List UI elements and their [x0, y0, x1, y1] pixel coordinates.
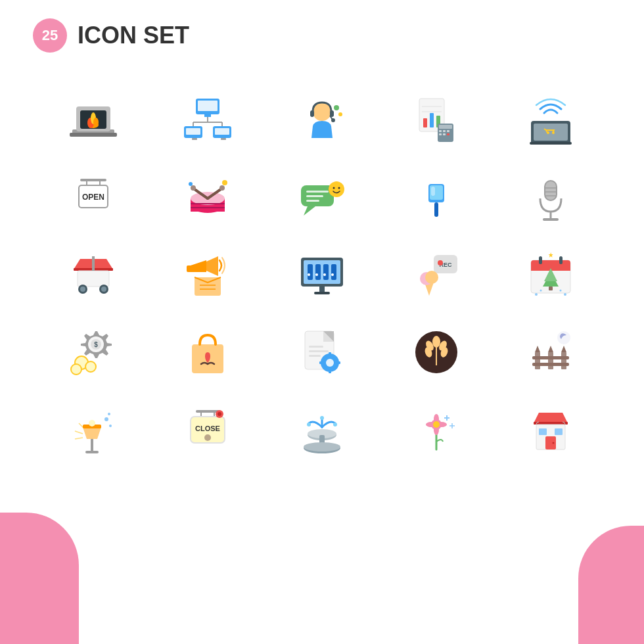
- svg-rect-157: [561, 352, 566, 369]
- svg-rect-40: [443, 133, 446, 135]
- svg-point-124: [560, 290, 562, 292]
- svg-point-130: [71, 364, 81, 375]
- icon-count-badge: 25: [33, 18, 67, 53]
- svg-point-60: [219, 185, 225, 191]
- svg-rect-137: [309, 355, 321, 357]
- svg-rect-96: [308, 264, 313, 280]
- ice-cream-record-icon: REC: [382, 239, 490, 310]
- svg-rect-167: [85, 451, 99, 453]
- fireplace-icon: [39, 84, 147, 155]
- svg-rect-199: [534, 422, 568, 425]
- svg-point-168: [104, 417, 108, 421]
- icon-grid: OPEN: [0, 78, 644, 472]
- svg-rect-78: [543, 218, 559, 221]
- svg-marker-154: [548, 346, 553, 352]
- svg-rect-201: [545, 436, 556, 449]
- flower-sparkle-icon: [382, 394, 490, 465]
- svg-marker-163: [83, 427, 101, 439]
- report-icon: [382, 84, 490, 155]
- svg-point-68: [329, 181, 344, 197]
- svg-rect-142: [319, 361, 322, 364]
- svg-text:CLOSE: CLOSE: [195, 425, 220, 432]
- svg-point-179: [307, 423, 311, 426]
- svg-rect-37: [443, 130, 446, 132]
- svg-text:$: $: [94, 341, 98, 348]
- svg-point-176: [218, 412, 221, 416]
- svg-rect-39: [439, 133, 442, 135]
- svg-point-102: [323, 273, 326, 276]
- svg-rect-9: [198, 101, 218, 111]
- svg-line-162: [75, 438, 83, 439]
- lamp-icon: [39, 394, 147, 465]
- svg-point-178: [204, 434, 211, 441]
- support-icon: [268, 84, 376, 155]
- svg-point-129: [85, 361, 96, 372]
- svg-rect-140: [329, 352, 331, 355]
- svg-point-181: [320, 416, 324, 420]
- svg-point-151: [557, 331, 570, 344]
- microphone-icon: [497, 162, 605, 233]
- network-icon: [154, 84, 262, 155]
- svg-rect-10: [204, 114, 211, 117]
- svg-rect-98: [323, 264, 329, 280]
- svg-rect-203: [539, 428, 547, 435]
- svg-point-27: [338, 112, 342, 116]
- svg-rect-73: [434, 202, 438, 217]
- chat-icon: [268, 162, 376, 233]
- svg-rect-22: [310, 110, 314, 117]
- svg-rect-43: [534, 124, 568, 141]
- svg-rect-36: [439, 130, 442, 132]
- page-header: 25 ICON SET: [0, 0, 644, 71]
- svg-rect-143: [338, 361, 340, 364]
- svg-point-61: [222, 180, 227, 185]
- svg-point-70: [338, 187, 340, 189]
- svg-rect-1: [70, 133, 117, 137]
- open-sign-icon: OPEN: [39, 162, 147, 233]
- megaphone-icon: [154, 239, 262, 310]
- food-cart-icon: [39, 239, 147, 310]
- svg-rect-155: [548, 352, 553, 369]
- svg-point-7: [93, 118, 99, 127]
- svg-rect-135: [309, 346, 323, 348]
- svg-rect-97: [315, 264, 321, 280]
- svg-point-100: [308, 273, 310, 276]
- corner-decoration-bl: [0, 513, 79, 644]
- svg-point-108: [438, 260, 443, 265]
- svg-rect-91: [187, 265, 192, 272]
- monitor-icon: [268, 239, 376, 310]
- svg-marker-120: [549, 252, 553, 258]
- shop-icon: [497, 394, 605, 465]
- svg-marker-152: [535, 346, 540, 352]
- svg-point-170: [108, 413, 110, 415]
- drum-icon: [154, 162, 262, 233]
- svg-rect-38: [447, 130, 449, 132]
- svg-point-101: [315, 273, 318, 276]
- svg-rect-19: [192, 138, 197, 140]
- svg-point-180: [333, 423, 337, 426]
- svg-rect-158: [532, 356, 569, 359]
- close-sign-icon: CLOSE: [154, 394, 262, 465]
- svg-rect-141: [329, 371, 331, 373]
- svg-rect-84: [78, 271, 109, 287]
- svg-rect-20: [221, 138, 226, 140]
- svg-point-165: [89, 420, 95, 426]
- svg-rect-30: [430, 113, 434, 127]
- svg-point-139: [326, 359, 334, 367]
- svg-point-169: [109, 425, 112, 427]
- svg-rect-29: [423, 118, 427, 127]
- svg-rect-16: [186, 128, 200, 135]
- svg-rect-89: [92, 256, 95, 271]
- pin-icon: [382, 162, 490, 233]
- svg-point-193: [433, 421, 440, 428]
- svg-text:OPEN: OPEN: [82, 193, 104, 202]
- svg-rect-105: [314, 292, 330, 294]
- wheat-icon: [382, 317, 490, 388]
- corner-decoration-br: [578, 526, 644, 644]
- svg-rect-41: [447, 133, 449, 135]
- svg-marker-64: [304, 206, 315, 216]
- svg-rect-74: [431, 187, 435, 196]
- svg-rect-18: [215, 128, 229, 135]
- svg-point-26: [334, 105, 339, 110]
- svg-point-69: [333, 187, 335, 189]
- svg-line-161: [75, 431, 83, 434]
